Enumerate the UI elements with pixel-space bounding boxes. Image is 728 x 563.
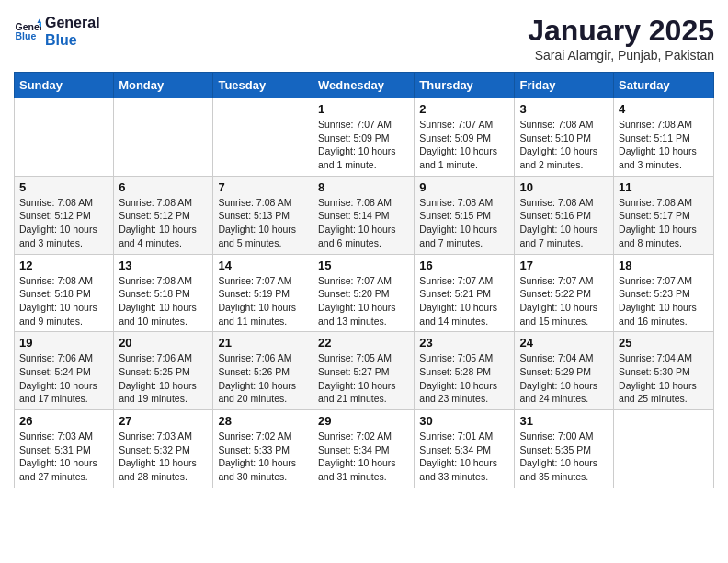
weekday-header-wednesday: Wednesday: [313, 73, 414, 98]
weekday-header-thursday: Thursday: [415, 73, 515, 98]
calendar-cell: 21Sunrise: 7:06 AMSunset: 5:26 PMDayligh…: [213, 332, 313, 410]
day-info: Sunrise: 7:03 AMSunset: 5:31 PMDaylight:…: [19, 430, 108, 484]
day-number: 21: [218, 336, 308, 350]
calendar-cell: 22Sunrise: 7:05 AMSunset: 5:27 PMDayligh…: [313, 332, 414, 410]
day-info: Sunrise: 7:02 AMSunset: 5:34 PMDaylight:…: [318, 430, 409, 484]
day-info: Sunrise: 7:07 AMSunset: 5:21 PMDaylight:…: [419, 274, 509, 328]
calendar-cell: 1Sunrise: 7:07 AMSunset: 5:09 PMDaylight…: [313, 98, 414, 177]
calendar-cell: [614, 410, 714, 488]
calendar-cell: 7Sunrise: 7:08 AMSunset: 5:13 PMDaylight…: [213, 176, 313, 254]
weekday-header-friday: Friday: [515, 73, 614, 98]
calendar-cell: 18Sunrise: 7:07 AMSunset: 5:23 PMDayligh…: [614, 254, 714, 332]
day-info: Sunrise: 7:07 AMSunset: 5:22 PMDaylight:…: [519, 274, 609, 328]
calendar-cell: 9Sunrise: 7:08 AMSunset: 5:15 PMDaylight…: [415, 176, 515, 254]
day-info: Sunrise: 7:05 AMSunset: 5:28 PMDaylight:…: [419, 351, 509, 406]
title-section: January 2025 Sarai Alamgir, Punjab, Paki…: [528, 14, 714, 63]
calendar-cell: [15, 98, 114, 177]
day-number: 29: [318, 414, 409, 428]
day-info: Sunrise: 7:07 AMSunset: 5:09 PMDaylight:…: [318, 118, 409, 172]
calendar-cell: 4Sunrise: 7:08 AMSunset: 5:11 PMDaylight…: [614, 98, 714, 177]
day-info: Sunrise: 7:01 AMSunset: 5:34 PMDaylight:…: [419, 430, 509, 484]
day-info: Sunrise: 7:04 AMSunset: 5:30 PMDaylight:…: [619, 351, 709, 406]
calendar-cell: 17Sunrise: 7:07 AMSunset: 5:22 PMDayligh…: [515, 254, 614, 332]
calendar-week-3: 12Sunrise: 7:08 AMSunset: 5:18 PMDayligh…: [15, 254, 714, 332]
calendar-cell: 25Sunrise: 7:04 AMSunset: 5:30 PMDayligh…: [614, 332, 714, 410]
day-number: 3: [519, 102, 609, 116]
day-number: 11: [619, 180, 709, 194]
calendar-cell: 12Sunrise: 7:08 AMSunset: 5:18 PMDayligh…: [15, 254, 114, 332]
svg-text:Blue: Blue: [16, 30, 37, 41]
logo: General Blue General Blue: [14, 14, 100, 49]
day-info: Sunrise: 7:00 AMSunset: 5:35 PMDaylight:…: [519, 430, 609, 484]
calendar-cell: 5Sunrise: 7:08 AMSunset: 5:12 PMDaylight…: [15, 176, 114, 254]
calendar-cell: 31Sunrise: 7:00 AMSunset: 5:35 PMDayligh…: [515, 410, 614, 488]
calendar-week-4: 19Sunrise: 7:06 AMSunset: 5:24 PMDayligh…: [15, 332, 714, 410]
day-info: Sunrise: 7:08 AMSunset: 5:14 PMDaylight:…: [318, 196, 409, 250]
day-info: Sunrise: 7:08 AMSunset: 5:11 PMDaylight:…: [619, 118, 709, 172]
day-number: 16: [419, 259, 509, 272]
calendar-cell: 13Sunrise: 7:08 AMSunset: 5:18 PMDayligh…: [114, 254, 213, 332]
day-number: 24: [519, 336, 609, 350]
day-number: 19: [19, 336, 108, 350]
calendar-table: SundayMondayTuesdayWednesdayThursdayFrid…: [14, 72, 714, 488]
calendar-cell: 28Sunrise: 7:02 AMSunset: 5:33 PMDayligh…: [213, 410, 313, 488]
day-info: Sunrise: 7:07 AMSunset: 5:09 PMDaylight:…: [419, 118, 509, 172]
calendar-cell: 3Sunrise: 7:08 AMSunset: 5:10 PMDaylight…: [515, 98, 614, 177]
day-number: 17: [519, 259, 609, 272]
calendar-cell: 30Sunrise: 7:01 AMSunset: 5:34 PMDayligh…: [415, 410, 515, 488]
day-info: Sunrise: 7:08 AMSunset: 5:18 PMDaylight:…: [19, 274, 108, 328]
day-number: 12: [19, 259, 108, 272]
day-info: Sunrise: 7:03 AMSunset: 5:32 PMDaylight:…: [119, 430, 208, 484]
day-number: 1: [318, 102, 409, 116]
day-info: Sunrise: 7:08 AMSunset: 5:13 PMDaylight:…: [218, 196, 308, 250]
day-number: 27: [119, 414, 208, 428]
calendar-cell: 20Sunrise: 7:06 AMSunset: 5:25 PMDayligh…: [114, 332, 213, 410]
logo-line1: General: [45, 14, 100, 31]
day-number: 15: [318, 259, 409, 272]
calendar-cell: 11Sunrise: 7:08 AMSunset: 5:17 PMDayligh…: [614, 176, 714, 254]
day-number: 6: [119, 180, 208, 194]
weekday-header-row: SundayMondayTuesdayWednesdayThursdayFrid…: [15, 73, 714, 98]
day-info: Sunrise: 7:07 AMSunset: 5:23 PMDaylight:…: [619, 274, 709, 328]
day-number: 20: [119, 336, 208, 350]
calendar-cell: 23Sunrise: 7:05 AMSunset: 5:28 PMDayligh…: [415, 332, 515, 410]
calendar-cell: 19Sunrise: 7:06 AMSunset: 5:24 PMDayligh…: [15, 332, 114, 410]
day-info: Sunrise: 7:08 AMSunset: 5:15 PMDaylight:…: [419, 196, 509, 250]
calendar-cell: 8Sunrise: 7:08 AMSunset: 5:14 PMDaylight…: [313, 176, 414, 254]
day-info: Sunrise: 7:05 AMSunset: 5:27 PMDaylight:…: [318, 351, 409, 406]
location: Sarai Alamgir, Punjab, Pakistan: [528, 48, 714, 63]
calendar-cell: 26Sunrise: 7:03 AMSunset: 5:31 PMDayligh…: [15, 410, 114, 488]
weekday-header-saturday: Saturday: [614, 73, 714, 98]
day-number: 30: [419, 414, 509, 428]
day-info: Sunrise: 7:02 AMSunset: 5:33 PMDaylight:…: [218, 430, 308, 484]
day-number: 18: [619, 259, 709, 272]
day-info: Sunrise: 7:08 AMSunset: 5:17 PMDaylight:…: [619, 196, 709, 250]
day-number: 31: [519, 414, 609, 428]
day-info: Sunrise: 7:08 AMSunset: 5:12 PMDaylight:…: [19, 196, 108, 250]
day-info: Sunrise: 7:08 AMSunset: 5:10 PMDaylight:…: [519, 118, 609, 172]
day-number: 7: [218, 180, 308, 194]
day-number: 4: [619, 102, 709, 116]
weekday-header-sunday: Sunday: [15, 73, 114, 98]
calendar-cell: 15Sunrise: 7:07 AMSunset: 5:20 PMDayligh…: [313, 254, 414, 332]
day-number: 2: [419, 102, 509, 116]
day-info: Sunrise: 7:08 AMSunset: 5:18 PMDaylight:…: [119, 274, 208, 328]
day-number: 26: [19, 414, 108, 428]
day-number: 8: [318, 180, 409, 194]
day-info: Sunrise: 7:08 AMSunset: 5:16 PMDaylight:…: [519, 196, 609, 250]
day-number: 14: [218, 259, 308, 272]
day-info: Sunrise: 7:07 AMSunset: 5:20 PMDaylight:…: [318, 274, 409, 328]
day-info: Sunrise: 7:04 AMSunset: 5:29 PMDaylight:…: [519, 351, 609, 406]
day-number: 5: [19, 180, 108, 194]
calendar-cell: [114, 98, 213, 177]
calendar-cell: 24Sunrise: 7:04 AMSunset: 5:29 PMDayligh…: [515, 332, 614, 410]
day-number: 22: [318, 336, 409, 350]
day-number: 23: [419, 336, 509, 350]
day-info: Sunrise: 7:08 AMSunset: 5:12 PMDaylight:…: [119, 196, 208, 250]
calendar-cell: 6Sunrise: 7:08 AMSunset: 5:12 PMDaylight…: [114, 176, 213, 254]
day-info: Sunrise: 7:06 AMSunset: 5:26 PMDaylight:…: [218, 351, 308, 406]
calendar-week-5: 26Sunrise: 7:03 AMSunset: 5:31 PMDayligh…: [15, 410, 714, 488]
day-info: Sunrise: 7:07 AMSunset: 5:19 PMDaylight:…: [218, 274, 308, 328]
logo-icon: General Blue: [14, 17, 41, 45]
day-number: 13: [119, 259, 208, 272]
